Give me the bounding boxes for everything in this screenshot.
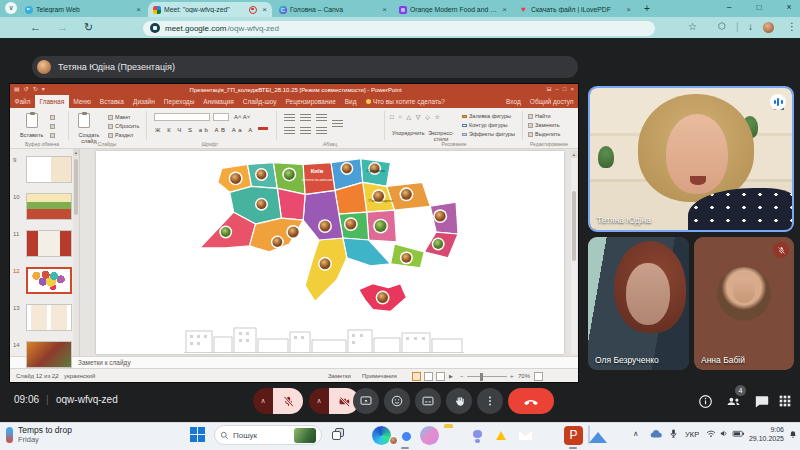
activities-button[interactable] (777, 393, 794, 410)
cut-button[interactable] (50, 114, 57, 120)
undo-icon[interactable]: ↺ (24, 84, 29, 95)
browser-tab-canva[interactable]: Головна – Canva × (274, 2, 392, 17)
fit-to-window-button[interactable] (534, 372, 543, 381)
raise-hand-button[interactable] (446, 388, 472, 414)
slide-thumbnail-13[interactable] (26, 304, 72, 331)
tab-close-icon[interactable]: × (380, 5, 387, 14)
section-button[interactable]: Раздел (108, 132, 133, 138)
browser-tab-telegram[interactable]: Telegram Web × (20, 2, 146, 17)
tab-close-icon[interactable]: × (134, 5, 141, 14)
menu-home[interactable]: Главная (35, 95, 69, 108)
sign-in[interactable]: Вход (502, 95, 526, 108)
taskbar-clock[interactable]: 9:06 29.10.2025 (744, 425, 784, 444)
slide-canvas[interactable]: Київ котлети по-київськи Сумщина Полтавщ… (96, 151, 564, 354)
bullets-button[interactable] (284, 114, 295, 121)
powerpoint-icon[interactable]: P (564, 426, 583, 445)
browser-tab-meet[interactable]: Meet: "oqw-wfvq-zed" × (148, 2, 272, 17)
numbering-button[interactable] (300, 114, 311, 121)
copilot-icon[interactable] (420, 426, 439, 445)
copy-button[interactable] (50, 123, 57, 129)
wifi-icon[interactable] (705, 428, 717, 439)
menu-insert[interactable]: Вставка (95, 95, 128, 108)
input-language-indicator[interactable]: УКР (685, 430, 699, 439)
download-icon[interactable]: ↓ (748, 21, 753, 32)
ppt-minimize-button[interactable]: – (556, 84, 559, 95)
reset-button[interactable]: Сбросить (108, 123, 139, 129)
slideshow-view-button[interactable]: ▶ (449, 373, 453, 379)
photos-icon[interactable] (588, 425, 590, 444)
chat-button[interactable] (753, 393, 770, 410)
zoom-in-button[interactable]: + (510, 373, 514, 379)
menu-transitions[interactable]: Переходы (159, 95, 199, 108)
replace-button[interactable]: Заменить (528, 122, 560, 128)
tab-close-icon[interactable]: × (624, 5, 631, 14)
arrange-button[interactable]: Упорядочить (392, 130, 422, 136)
end-call-button[interactable] (508, 388, 554, 414)
tab-close-icon[interactable]: × (260, 5, 267, 14)
save-icon[interactable]: ▤ (14, 84, 20, 95)
start-button[interactable] (190, 427, 205, 442)
window-close-button[interactable]: × (782, 2, 796, 12)
menu-review[interactable]: Рецензирование (281, 95, 340, 108)
thumbnail-scrollbar[interactable]: ▴ (73, 149, 79, 356)
browser-menu-icon[interactable]: ⋮ (787, 21, 797, 32)
share-button[interactable]: Общий доступ (525, 95, 578, 108)
volume-icon[interactable] (719, 428, 730, 439)
qat-caret-icon[interactable]: ▾ (42, 84, 45, 95)
zoom-slider[interactable] (467, 376, 507, 377)
more-options-button[interactable] (477, 388, 503, 414)
slide-sorter-view-button[interactable] (424, 372, 433, 381)
select-button[interactable]: Выделить (528, 131, 560, 137)
paste-icon[interactable] (26, 113, 38, 128)
zoom-level[interactable]: 70% (518, 373, 530, 379)
align-center-button[interactable] (300, 127, 311, 134)
present-screen-button[interactable] (353, 388, 379, 414)
indent-button[interactable] (316, 114, 327, 121)
grow-shrink-font[interactable]: A˄ A˅ (234, 114, 250, 120)
spellcheck-icon[interactable]: ✓ (54, 373, 59, 380)
tray-expand-chevron[interactable]: ∧ (633, 429, 639, 438)
meeting-details-button[interactable] (697, 393, 714, 410)
captions-button[interactable] (415, 388, 441, 414)
menu-file[interactable]: Файл (10, 95, 35, 108)
shape-outline-button[interactable]: Контур фигуры (462, 122, 507, 128)
menu-slideshow[interactable]: Слайд-шоу (238, 95, 281, 108)
forward-button[interactable]: → (57, 21, 68, 34)
font-color-chip[interactable] (258, 127, 268, 130)
shape-fill-button[interactable]: Заливка фигуры (462, 113, 511, 119)
back-button[interactable]: ← (30, 21, 41, 34)
camera-options-chevron[interactable]: ∧ (309, 388, 329, 414)
participant-tile-olia[interactable]: Оля Безрученко (588, 237, 689, 370)
ppt-maximize-button[interactable]: □ (563, 84, 567, 95)
presenter-chip[interactable]: Тетяна Юдіна (Презентація) (32, 56, 578, 78)
tell-me[interactable]: Что вы хотите сделать? (373, 95, 449, 108)
layout-button[interactable]: Макет (108, 114, 131, 120)
font-style-buttons[interactable]: Ж К Ч S ab АВ Аа А (155, 127, 255, 133)
scroll-up-icon[interactable]: ▴ (571, 151, 577, 158)
reading-view-button[interactable] (436, 372, 445, 381)
paste-button[interactable]: Вставить (20, 132, 43, 138)
align-right-button[interactable] (316, 127, 327, 134)
notifications-bell-icon[interactable] (788, 429, 798, 440)
shapes-gallery[interactable]: □ ○ △ ▽ ◇ ☆ (390, 113, 441, 120)
slide-thumbnail-12-selected[interactable] (26, 267, 72, 294)
scroll-up-icon[interactable]: ▴ (73, 149, 79, 156)
window-maximize-button[interactable]: □ (752, 2, 766, 12)
shape-effects-button[interactable]: Эффекты фигуры (462, 131, 515, 137)
font-name-box[interactable] (154, 113, 210, 121)
bookmark-star-icon[interactable]: ☆ (688, 21, 697, 32)
new-slide-icon[interactable] (78, 113, 90, 128)
language-indicator[interactable]: украинский (64, 373, 95, 379)
mic-muted-button[interactable] (273, 388, 303, 414)
tray-mic-icon[interactable] (668, 428, 679, 439)
slide-scrollbar[interactable]: ▴ (571, 151, 577, 354)
address-bar[interactable]: meet.google.com/oqw-wfvq-zed (143, 21, 655, 36)
reactions-button[interactable] (384, 388, 410, 414)
format-painter-button[interactable] (50, 132, 57, 138)
columns-button[interactable] (332, 120, 343, 127)
menu-menu[interactable]: Меню (69, 95, 96, 108)
menu-view[interactable]: Вид (340, 95, 361, 108)
notes-toggle[interactable]: Заметки (328, 373, 351, 379)
find-button[interactable]: Найти (528, 113, 551, 119)
extensions-icon[interactable]: ⬡ (718, 21, 726, 31)
